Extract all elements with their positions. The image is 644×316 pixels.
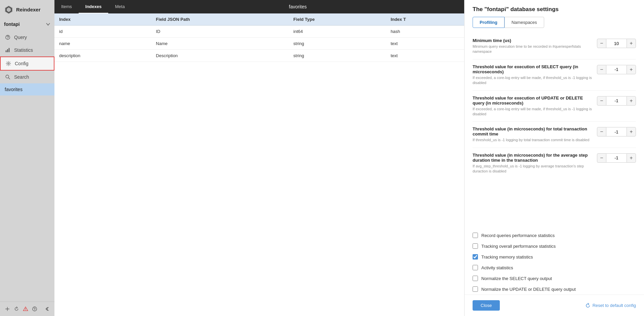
settings-field-avg_step_threshold: Threshold value (in microseconds) for th… (473, 148, 636, 179)
settings-field-desc-update_delete_threshold: If exceeded, a core-log entry will be ma… (473, 107, 593, 117)
refresh-icon[interactable] (14, 306, 19, 312)
sidebar-item-config[interactable]: Config (0, 56, 54, 71)
svg-rect-6 (7, 49, 8, 52)
stepper-minus-avg_step_threshold[interactable]: − (597, 153, 606, 163)
stepper-plus-select_threshold[interactable]: + (627, 65, 636, 74)
stepper-plus-transaction_commit_threshold[interactable]: + (627, 127, 636, 136)
settings-field-desc-transaction_commit_threshold: If threshold_us is -1 logging by total t… (473, 137, 593, 143)
checkboxes-section: Record queries performance statisticsTra… (465, 230, 644, 294)
table-cell-field_type: string (289, 50, 386, 62)
settings-field-label-update_delete_threshold: Threshold value for execution of UPDATE … (473, 95, 593, 106)
collapse-icon[interactable] (44, 306, 50, 312)
add-icon[interactable] (5, 306, 10, 312)
stepper-plus-update_delete_threshold[interactable]: + (627, 96, 636, 106)
table-container: Index Field JSON Path Field Type Index T… (54, 13, 464, 316)
checkbox-activity_stats[interactable] (473, 265, 478, 270)
stepper-input-min_time[interactable] (606, 39, 627, 48)
sidebar-nav: Query Statistics Config (0, 30, 54, 302)
checkbox-label-normalize_select[interactable]: Normalize the SELECT query output (481, 276, 552, 281)
svg-point-8 (8, 63, 9, 64)
col-index-type: Index T (386, 13, 464, 26)
settings-tab-namespaces[interactable]: Namespaces (505, 17, 544, 28)
table-cell-field_json_path: ID (151, 26, 289, 38)
checkbox-row-normalize_select: Normalize the SELECT query output (473, 273, 636, 284)
svg-point-14 (25, 310, 26, 310)
reset-icon (585, 303, 591, 308)
checkbox-label-tracking_memory[interactable]: Tracking memory statistics (481, 254, 533, 260)
sidebar-item-statistics[interactable]: Statistics (0, 44, 54, 56)
checkbox-normalize_update_delete[interactable] (473, 286, 478, 292)
settings-field-label-transaction_commit_threshold: Threshold value (in microseconds) for to… (473, 126, 593, 136)
settings-tabs: Profiling Namespaces (465, 17, 644, 33)
stepper-plus-avg_step_threshold[interactable]: + (627, 153, 636, 163)
stepper-minus-select_threshold[interactable]: − (597, 65, 606, 74)
checkbox-row-tracking_memory: Tracking memory statistics (473, 251, 636, 262)
sidebar-item-search[interactable]: Search (0, 71, 54, 83)
table-cell-field_type: int64 (289, 26, 386, 38)
sidebar-item-query[interactable]: Query (0, 31, 54, 44)
settings-tab-profiling[interactable]: Profiling (473, 17, 505, 28)
stepper-input-select_threshold[interactable] (606, 65, 627, 74)
db-selector[interactable]: fontapi (0, 19, 54, 30)
search-icon (5, 74, 11, 80)
tab-indexes[interactable]: Indexes (79, 0, 108, 13)
svg-rect-5 (6, 50, 7, 52)
checkbox-tracking_memory[interactable] (473, 254, 478, 260)
settings-field-label-min_time: Minimum time (us) (473, 38, 593, 43)
main-content: Items Indexes Meta favorites Index Field… (54, 0, 464, 316)
stepper-minus-min_time[interactable]: − (597, 39, 606, 48)
col-field-json-path: Field JSON Path (151, 13, 289, 26)
checkbox-row-tracking_overall: Tracking overall performance statistics (473, 241, 636, 251)
db-name: fontapi (4, 22, 20, 27)
sidebar-item-favorites[interactable]: favorites (0, 83, 54, 95)
settings-field-label-avg_step_threshold: Threshold value (in microseconds) for th… (473, 153, 593, 163)
checkbox-row-activity_stats: Activity statistics (473, 262, 636, 273)
chevron-down-icon (46, 22, 50, 27)
settings-field-desc-min_time: Minimum query execution time to be recor… (473, 44, 593, 54)
checkbox-label-record_queries[interactable]: Record queries performance statistics (481, 233, 555, 238)
sidebar-item-favorites-label: favorites (5, 87, 23, 92)
checkbox-label-activity_stats[interactable]: Activity statistics (481, 265, 513, 270)
settings-header: The "fontapi" database settings (465, 0, 644, 17)
checkbox-row-record_queries: Record queries performance statistics (473, 230, 636, 241)
tab-meta[interactable]: Meta (108, 0, 131, 13)
settings-field-min_time: Minimum time (us)Minimum query execution… (473, 33, 636, 60)
svg-line-10 (8, 78, 10, 79)
stepper-input-avg_step_threshold[interactable] (606, 153, 627, 163)
checkbox-normalize_select[interactable] (473, 276, 478, 281)
settings-field-update_delete_threshold: Threshold value for execution of UPDATE … (473, 91, 636, 122)
table-cell-index: id (54, 26, 151, 38)
table-cell-field_json_path: Description (151, 50, 289, 62)
table-cell-index_type: text (386, 38, 464, 50)
table-cell-index: name (54, 38, 151, 50)
settings-body: Minimum time (us)Minimum query execution… (465, 33, 644, 230)
sidebar-item-config-label: Config (15, 61, 28, 66)
col-field-type: Field Type (289, 13, 386, 26)
warning-icon[interactable] (23, 306, 29, 312)
stepper-input-update_delete_threshold[interactable] (606, 96, 627, 106)
svg-rect-7 (9, 48, 10, 52)
stepper-minus-update_delete_threshold[interactable]: − (597, 96, 606, 106)
query-icon (5, 34, 11, 40)
stepper-input-transaction_commit_threshold[interactable] (606, 127, 627, 136)
help-icon[interactable] (32, 306, 37, 312)
app-name: Reindexer (16, 7, 41, 12)
table-cell-field_type: string (289, 38, 386, 50)
checkbox-record_queries[interactable] (473, 233, 478, 238)
table-cell-index_type: hash (386, 26, 464, 38)
checkbox-label-normalize_update_delete[interactable]: Normalize the UPDATE or DELETE query out… (481, 287, 576, 292)
tab-items[interactable]: Items (54, 0, 79, 13)
svg-point-4 (7, 38, 8, 39)
stepper-minus-transaction_commit_threshold[interactable]: − (597, 127, 606, 136)
sidebar: Reindexer fontapi Query (0, 0, 54, 316)
close-button[interactable]: Close (473, 300, 500, 311)
settings-footer: Close Reset to default config (465, 294, 644, 316)
settings-field-transaction_commit_threshold: Threshold value (in microseconds) for to… (473, 122, 636, 148)
svg-point-16 (34, 310, 35, 310)
checkbox-tracking_overall[interactable] (473, 243, 478, 249)
checkbox-label-tracking_overall[interactable]: Tracking overall performance statistics (481, 244, 556, 249)
logo: Reindexer (0, 0, 54, 19)
stepper-plus-min_time[interactable]: + (627, 39, 636, 48)
reset-button[interactable]: Reset to default config (585, 303, 636, 308)
col-index: Index (54, 13, 151, 26)
